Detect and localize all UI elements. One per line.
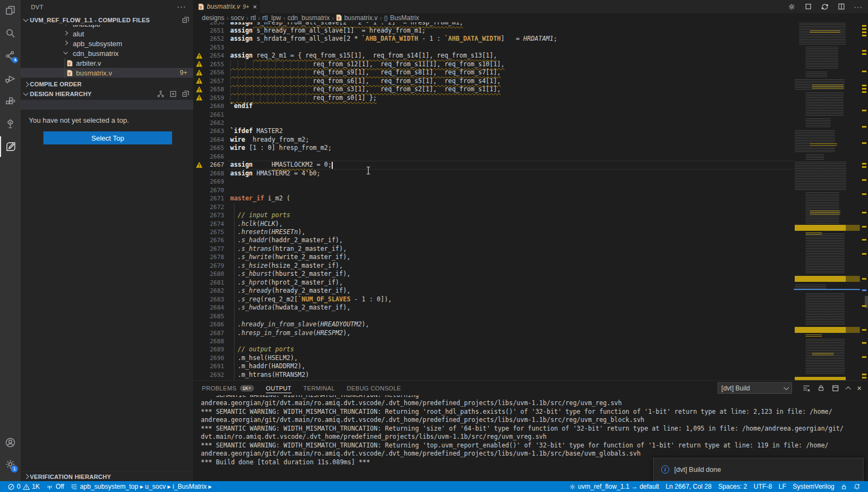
tree-item-arbiter-v[interactable]: Varbiter.v [21, 58, 194, 68]
code-line-2677[interactable]: 2677 .s_htrans(htran_2_master_if), [194, 245, 794, 253]
breadcrumb-item[interactable]: BusMatrix [390, 14, 419, 22]
code-line-2654[interactable]: 2654assign req_2_m1 = { req_from_s15[1],… [194, 52, 794, 60]
scope-breadcrumb-status[interactable]: apb_subsystem_top ▸ u_socv ▸ i_BusMatrix… [67, 481, 215, 492]
new-window-icon[interactable] [169, 90, 177, 98]
split-editor-icon[interactable] [838, 3, 845, 10]
code-line-2650[interactable]: 2650assign s_hresp_from_all_slave[2 * 2 … [194, 22, 794, 27]
tree-item-apb_subsystem[interactable]: apb_subsystem [21, 39, 194, 48]
code-line-2653[interactable]: 2653 [194, 43, 794, 52]
code-line-2657[interactable]: 2657 req_from_s6[1], req_from_s5[1], req… [194, 77, 794, 85]
code-line-2685[interactable]: 2685 [194, 312, 794, 320]
close-panel-icon[interactable]: × [857, 384, 861, 393]
extensions-icon[interactable] [0, 91, 21, 112]
breadcrumb-item[interactable]: designs [202, 14, 224, 22]
code-line-2656[interactable]: 2656 req_from_s9[1], req_from_s8[1], req… [194, 68, 794, 77]
code-line-2652[interactable]: 2652assign s_hrdata_from_all_slave[2 * `… [194, 35, 794, 43]
build-config-status[interactable]: uvm_ref_flow_1.1 → default [566, 481, 662, 492]
section-compiled-files[interactable]: UVM_REF_FLOW_1.1 - COMPILED FILES [21, 15, 194, 25]
code-line-2663[interactable]: 2663`ifdef MASTER2 [194, 127, 794, 135]
open-changes-icon[interactable] [804, 3, 812, 10]
code-line-2655[interactable]: 2655 req_from_s12[1], req_from_s11[1], r… [194, 60, 794, 68]
code-lines[interactable]: 2650assign s_hresp_from_all_slave[2 * 2 … [194, 22, 794, 380]
lock-icon[interactable] [818, 384, 825, 392]
run-debug-icon[interactable] [0, 68, 21, 89]
tree-item-alut[interactable]: alut [21, 29, 194, 39]
code-line-2658[interactable]: 2658 req_from_s3[1], req_from_s2[1], req… [194, 85, 794, 93]
select-top-button[interactable]: Select Top [43, 131, 172, 144]
scrollbar-thumb[interactable] [865, 296, 868, 308]
open-in-editor-icon[interactable] [832, 384, 839, 392]
code-line-2664[interactable]: 2664wire hready_from_m2; [194, 136, 794, 144]
code-line-2667[interactable]: 2667assign HMASTLOCKM2 = 0; [194, 161, 794, 169]
editor-lock-status[interactable] [838, 481, 850, 492]
account-icon[interactable] [0, 432, 21, 453]
code-line-2651[interactable]: 2651assign s_hready_from_all_slave[1] = … [194, 27, 794, 35]
code-line-2676[interactable]: 2676 .s_haddr(haddr_2_master_if), [194, 236, 794, 244]
hierarchy-icon[interactable] [157, 90, 164, 98]
eol-status[interactable]: LF [775, 481, 789, 492]
breadcrumb-item[interactable]: cdn_busmatrix [287, 14, 330, 22]
code-line-2665[interactable]: 2665wire [1 : 0] hresp_from_m2; [194, 144, 794, 152]
output-channel-select[interactable]: [dvt] Build [718, 382, 792, 394]
code-line-2680[interactable]: 2680 .s_hburst(hburst_2_master_if), [194, 270, 794, 278]
code-line-2683[interactable]: 2683 .s_req(req_2_m2[`NUM_OF_SLAVES - 1 … [194, 295, 794, 304]
code-line-2689[interactable]: 2689 // output ports [194, 345, 794, 354]
search-icon[interactable] [0, 23, 21, 43]
tab-output[interactable]: OUTPUT [266, 381, 292, 395]
breadcrumb-item[interactable]: busmatrix.v [344, 14, 377, 22]
code-line-2666[interactable]: 2666 [194, 153, 794, 161]
notification-toast[interactable]: i [dvt] Build done [653, 458, 864, 481]
code-line-2662[interactable]: 2662 [194, 119, 794, 127]
breadcrumb-item[interactable]: rtl [250, 14, 256, 22]
breadcrumb-item[interactable]: socv [231, 14, 244, 22]
tree-item-busmatrix-v[interactable]: Vbusmatrix.v9+ [21, 68, 194, 78]
code-line-2678[interactable]: 2678 .s_hwrite(hwrite_2_master_if), [194, 253, 794, 261]
code-line-2692[interactable]: 2692 .m_htrans(HTRANSM2) [194, 371, 794, 379]
code-line-2659[interactable]: 2659 req_from_s0[1] }; [194, 94, 794, 102]
maximize-panel-icon[interactable] [845, 387, 851, 392]
tab-problems[interactable]: PROBLEMS 1K+ [202, 381, 254, 395]
verification-tree-icon[interactable] [0, 113, 21, 134]
code-line-2661[interactable]: 2661 [194, 111, 794, 119]
code-line-2682[interactable]: 2682 .s_hready(hready_2_master_if), [194, 287, 794, 295]
source-control-graph-icon[interactable] [0, 46, 21, 66]
code-line-2686[interactable]: 2686 .hready_in_from_slave(HREADYOUTM2), [194, 320, 794, 329]
code-line-2672[interactable]: 2672 [194, 203, 794, 211]
code-line-2668[interactable]: 2668assign HMASTERM2 = 4'b0; [194, 169, 794, 178]
problems-status[interactable]: 01K [4, 481, 43, 492]
close-icon[interactable]: × [253, 3, 257, 11]
code-line-2679[interactable]: 2679 .s_hsize(hsize_2_master_if), [194, 262, 794, 270]
cursor-position-status[interactable]: Ln 2667, Col 28 [662, 481, 715, 492]
clear-output-icon[interactable] [802, 384, 810, 392]
code-line-2687[interactable]: 2687 .hresp_in_from_slave(HRESPM2), [194, 329, 794, 337]
code-line-2684[interactable]: 2684 .s_hwdata(hwdata_2_master_if), [194, 304, 794, 312]
code-line-2669[interactable]: 2669 [194, 178, 794, 186]
code-line-2691[interactable]: 2691 .m_haddr(HADDRM2), [194, 362, 794, 370]
code-editor[interactable]: 2650assign s_hresp_from_all_slave[2 * 2 … [194, 22, 868, 380]
notifications-bell[interactable] [850, 481, 864, 492]
dvt-pencil-icon[interactable] [0, 136, 21, 157]
indentation-status[interactable]: Spaces: 2 [715, 481, 750, 492]
code-line-2670[interactable]: 2670 [194, 186, 794, 194]
code-line-2681[interactable]: 2681 .s_hprot(hprot_2_master_if), [194, 279, 794, 287]
tab-debug-console[interactable]: DEBUG CONSOLE [347, 381, 401, 395]
section-verification-hierarchy[interactable]: VERIFICATION HIERARCHY [21, 471, 194, 481]
encoding-status[interactable]: UTF-8 [750, 481, 775, 492]
design-hierarchy-empty-row[interactable] [21, 100, 194, 110]
language-mode-status[interactable]: SystemVerilog [789, 481, 838, 492]
breadcrumb-item[interactable]: rtl_lpw [262, 14, 281, 22]
minimap[interactable] [794, 22, 860, 380]
gear-icon[interactable] [788, 3, 796, 11]
more-actions-icon[interactable]: ··· [854, 3, 863, 11]
tab-terminal[interactable]: TERMINAL [303, 381, 335, 395]
code-line-2674[interactable]: 2674 .hclk(HCLK), [194, 220, 794, 228]
code-line-2660[interactable]: 2660`endif [194, 102, 794, 110]
breadcrumb[interactable]: designs›socv›rtl›rtl_lpw›cdn_busmatrix›V… [194, 13, 868, 22]
code-line-2688[interactable]: 2688 [194, 337, 794, 345]
more-actions-icon[interactable]: ··· [177, 2, 186, 11]
collapse-all-icon[interactable] [182, 90, 189, 98]
code-line-2673[interactable]: 2673 // input ports [194, 211, 794, 219]
section-design-hierarchy[interactable]: DESIGN HIERARCHY [21, 89, 194, 99]
tree-item-cdn_busmatrix[interactable]: cdn_busmatrix [21, 48, 194, 58]
dvt-connection-status[interactable]: Off [43, 481, 67, 492]
